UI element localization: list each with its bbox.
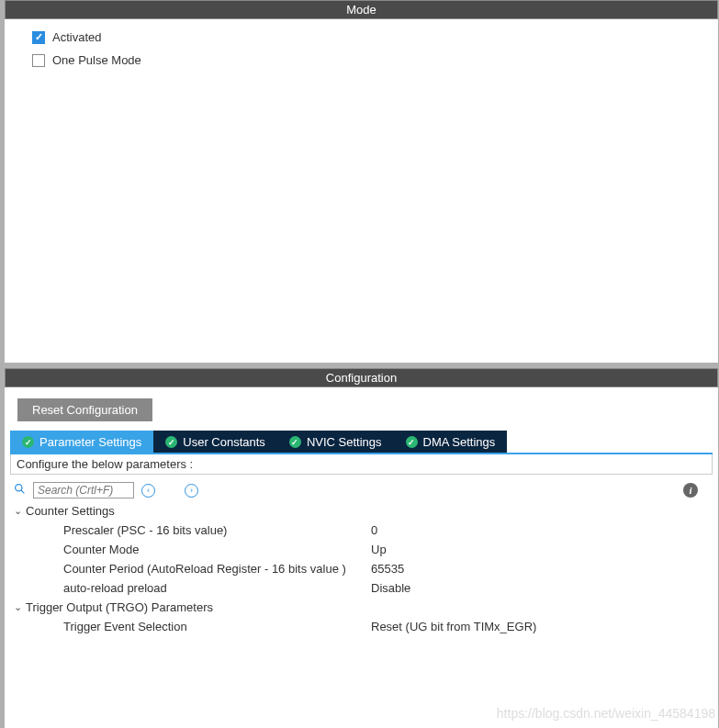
param-label: auto-reload preload (63, 581, 371, 595)
activated-checkbox[interactable]: ✓ (32, 31, 45, 44)
group-trgo-parameters[interactable]: ⌄ Trigger Output (TRGO) Parameters (14, 600, 709, 614)
tab-label: DMA Settings (423, 435, 496, 449)
param-value: 65535 (371, 562, 404, 576)
param-value: Disable (371, 581, 410, 595)
tab-label: User Constants (183, 435, 265, 449)
group-trgo-items: Trigger Event Selection Reset (UG bit fr… (63, 620, 709, 633)
check-icon: ✓ (406, 436, 418, 448)
prev-button[interactable]: ‹ (141, 484, 155, 498)
param-label: Counter Mode (63, 543, 371, 556)
reset-configuration-button[interactable]: Reset Configuration (17, 398, 152, 421)
tab-label: Parameter Settings (39, 435, 141, 449)
tab-user-constants[interactable]: ✓ User Constants (153, 431, 277, 453)
configuration-header: Configuration (5, 368, 718, 387)
group-counter-settings-items: Prescaler (PSC - 16 bits value) 0 Counte… (63, 523, 709, 595)
check-icon: ✓ (165, 436, 177, 448)
svg-line-1 (21, 490, 24, 493)
tab-parameter-settings[interactable]: ✓ Parameter Settings (10, 431, 153, 453)
one-pulse-checkbox[interactable] (32, 54, 45, 67)
param-label: Trigger Event Selection (63, 620, 371, 633)
tab-label: NVIC Settings (307, 435, 382, 449)
search-input[interactable] (33, 482, 134, 498)
watermark: https://blog.csdn.net/weixin_44584198 (497, 706, 715, 721)
parameter-tree: ⌄ Counter Settings Prescaler (PSC - 16 b… (14, 504, 709, 633)
group-title: Counter Settings (26, 504, 115, 518)
param-value: 0 (371, 523, 377, 537)
param-label: Prescaler (PSC - 16 bits value) (63, 523, 371, 537)
param-label: Counter Period (AutoReload Register - 16… (63, 562, 371, 576)
param-row[interactable]: Prescaler (PSC - 16 bits value) 0 (63, 523, 709, 537)
search-icon (14, 483, 26, 498)
svg-point-0 (16, 485, 22, 491)
param-value: Up (371, 543, 387, 556)
check-icon: ✓ (22, 436, 34, 448)
group-title: Trigger Output (TRGO) Parameters (26, 600, 213, 614)
next-button[interactable]: › (185, 484, 198, 498)
chevron-down-icon: ⌄ (14, 601, 22, 613)
param-row[interactable]: Counter Mode Up (63, 543, 709, 556)
param-row[interactable]: Counter Period (AutoReload Register - 16… (63, 562, 709, 576)
tab-nvic-settings[interactable]: ✓ NVIC Settings (277, 431, 394, 453)
configure-hint: Configure the below parameters : (10, 454, 713, 475)
mode-header-label: Mode (346, 3, 376, 17)
param-row[interactable]: auto-reload preload Disable (63, 581, 709, 595)
param-value: Reset (UG bit from TIMx_EGR) (371, 620, 536, 633)
tabs: ✓ Parameter Settings ✓ User Constants ✓ … (10, 431, 713, 454)
activated-label: Activated (52, 30, 101, 44)
info-icon[interactable]: i (683, 483, 698, 498)
mode-panel: ✓ Activated One Pulse Mode (5, 19, 718, 368)
group-counter-settings[interactable]: ⌄ Counter Settings (14, 504, 709, 518)
search-row: ‹ › i (14, 482, 713, 498)
param-row[interactable]: Trigger Event Selection Reset (UG bit fr… (63, 620, 709, 633)
tab-dma-settings[interactable]: ✓ DMA Settings (394, 431, 508, 453)
one-pulse-label: One Pulse Mode (52, 53, 141, 67)
mode-header: Mode (5, 0, 718, 19)
check-icon: ✓ (289, 436, 301, 448)
chevron-down-icon: ⌄ (14, 505, 22, 517)
configuration-panel: Reset Configuration ✓ Parameter Settings… (5, 387, 718, 633)
one-pulse-row: One Pulse Mode (32, 53, 718, 67)
configuration-header-label: Configuration (326, 371, 397, 385)
activated-row: ✓ Activated (32, 30, 718, 44)
